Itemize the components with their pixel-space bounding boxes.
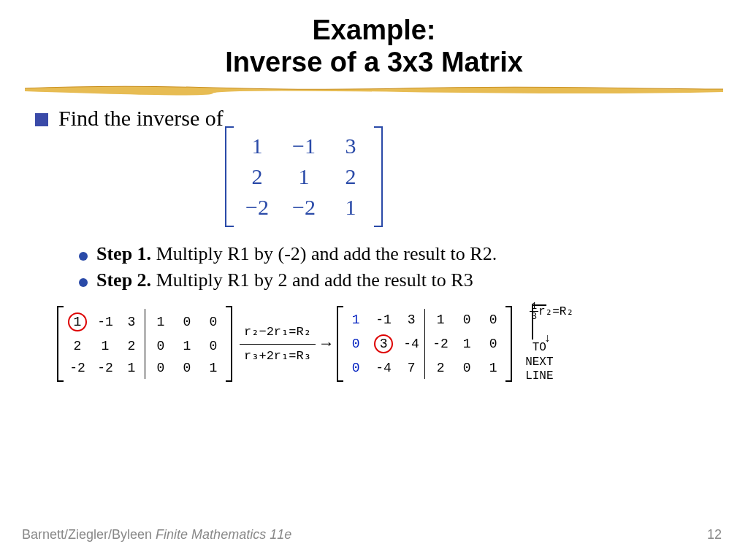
m-cell: −1 [280, 131, 327, 161]
given-matrix: 1 −1 3 2 1 2 −2 −2 1 [225, 126, 713, 230]
m-cell: −2 [234, 192, 280, 223]
m-cell: −2 [280, 192, 327, 223]
aug-matrix-2: 1 -1 3 1 0 0 0 3 -4 -2 1 0 0 -4 [337, 306, 512, 382]
m-cell: -2 [425, 331, 454, 357]
slide-footer: Barnett/Ziegler/Byleen Finite Mathematic… [22, 527, 722, 542]
m-cell: 1 [92, 335, 118, 357]
m-cell: -4 [398, 331, 425, 357]
bracket-right [505, 306, 512, 382]
continuation-note: ↓ 13r₂=R₂ TO NEXT LINE [519, 304, 553, 383]
endnote-line: NEXT [525, 356, 553, 369]
m-cell: 0 [174, 357, 200, 379]
m-cell: 3 [118, 309, 145, 335]
m-cell: 0 [480, 309, 506, 331]
m-cell: 3 [398, 309, 425, 331]
m-cell: 0 [200, 309, 226, 335]
down-arrow-icon: ↓ [544, 332, 552, 345]
m-cell: 1 [454, 331, 480, 357]
m-cell: 2 [234, 161, 280, 192]
m-cell: 2 [118, 335, 145, 357]
m-cell: 0 [454, 309, 480, 331]
slide-title: Example: Inverse of a 3x3 Matrix [0, 0, 748, 78]
m-cell: 1 [480, 357, 506, 379]
m-cell: -2 [63, 357, 92, 379]
matrix-table: 1 −1 3 2 1 2 −2 −2 1 [234, 131, 374, 223]
m-cell: 3 [369, 331, 398, 357]
row-op-label-2: 13r₂=R₂ [530, 302, 573, 321]
m-cell: 1 [174, 335, 200, 357]
m-cell: 0 [174, 309, 200, 335]
m-cell: 2 [327, 161, 374, 192]
m-cell: 0 [343, 357, 369, 379]
m-cell: 0 [480, 331, 506, 357]
m-cell: -1 [369, 309, 398, 331]
m-cell: 2 [63, 335, 92, 357]
m-cell: 0 [200, 335, 226, 357]
m-cell: 0 [145, 357, 175, 379]
m-cell: 1 [118, 357, 145, 379]
m-cell: 2 [425, 357, 454, 379]
row-op-label-1: r₂−2r₁=R₂ r₃+2r₁=R₃ [240, 323, 316, 365]
m-cell: 3 [327, 131, 374, 161]
m-cell: 0 [454, 357, 480, 379]
arrow-icon: → [321, 335, 331, 353]
m-cell: 1 [145, 309, 175, 335]
square-bullet-icon [35, 113, 48, 126]
endnote-line: LINE [525, 369, 553, 383]
bracket-left [337, 306, 343, 382]
step-list: Step 1. Multiply R1 by (-2) and add the … [79, 243, 713, 291]
m-cell: 1 [234, 131, 280, 161]
circle-bullet-icon [79, 252, 88, 261]
step-item: Step 2. Multiply R1 by 2 and add the res… [79, 269, 713, 291]
m-cell: 1 [63, 309, 92, 335]
prompt-text: Find the inverse of [58, 106, 224, 131]
m-cell: 1 [425, 309, 454, 331]
m-cell: 1 [343, 309, 369, 331]
content-area: Find the inverse of 1 −1 3 2 1 2 −2 −2 [0, 96, 748, 383]
aug-matrix-1: 1 -1 3 1 0 0 2 1 2 0 1 0 -2 -2 [57, 306, 232, 382]
m-cell: 1 [327, 192, 374, 223]
title-underline [22, 84, 726, 96]
bracket-left [225, 126, 234, 227]
bracket-right [374, 126, 383, 227]
step-item: Step 1. Multiply R1 by (-2) and add the … [79, 243, 713, 265]
title-line2: Inverse of a 3x3 Matrix [0, 47, 748, 79]
bracket-left [57, 306, 64, 382]
page-number: 12 [707, 527, 722, 542]
m-cell: -2 [92, 357, 118, 379]
step-text: Step 2. Multiply R1 by 2 and add the res… [96, 269, 473, 291]
m-cell: -4 [369, 357, 398, 379]
bracket-right [226, 306, 232, 382]
title-line1: Example: [0, 15, 748, 47]
circle-bullet-icon [79, 278, 88, 287]
m-cell: 0 [145, 335, 175, 357]
row-operation-work: 1 -1 3 1 0 0 2 1 2 0 1 0 -2 -2 [35, 304, 713, 383]
m-cell: 1 [200, 357, 226, 379]
m-cell: -1 [92, 309, 118, 335]
m-cell: 0 [343, 331, 369, 357]
footer-credit: Barnett/Ziegler/Byleen Finite Mathematic… [22, 527, 291, 542]
m-cell: 7 [398, 357, 425, 379]
m-cell: 1 [280, 161, 327, 192]
step-text: Step 1. Multiply R1 by (-2) and add the … [96, 243, 497, 265]
